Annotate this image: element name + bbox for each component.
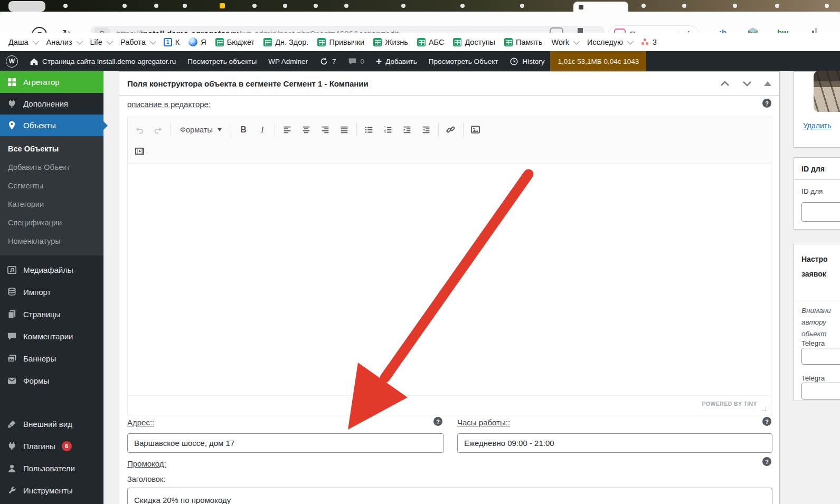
bookmark-budget[interactable]: Бюджет — [215, 38, 254, 46]
adminbar-add-new-link[interactable]: +Добавить — [370, 51, 423, 71]
tab-favicon[interactable] — [641, 4, 646, 8]
wp-logo-icon[interactable]: W — [0, 51, 24, 71]
bookmark-folder-work[interactable]: Work — [552, 38, 579, 46]
adminbar-site-link[interactable]: Страница сайта install.demo-agregator.ru — [24, 51, 182, 71]
sidebar-item-banners[interactable]: Баннеры — [0, 347, 103, 369]
sidebar-item-agregator[interactable]: Агрегатор — [0, 71, 103, 93]
tab-favicon[interactable] — [825, 4, 829, 8]
bookmark-tridot[interactable]: 3 — [641, 38, 657, 46]
query-monitor-stats[interactable]: 1,01с 53,1МБ 0,04с 1043 — [550, 51, 646, 71]
sidebar-item-settings[interactable]: Настройки — [0, 501, 103, 504]
bookmark-folder-life[interactable]: Life — [90, 38, 111, 46]
tab-favicon[interactable] — [283, 4, 287, 8]
object-photo[interactable] — [814, 71, 840, 112]
collapse-toggle-icon[interactable] — [764, 81, 771, 86]
sidebar-item-pages[interactable]: Страницы — [0, 303, 103, 325]
tab-favicon[interactable] — [314, 4, 318, 8]
align-justify-button[interactable] — [335, 121, 354, 139]
sidebar-item-appearance[interactable]: Внешний вид — [0, 413, 103, 435]
tab-favicon[interactable] — [733, 4, 737, 8]
tab-favicon[interactable] — [122, 4, 127, 8]
address-label[interactable]: Адрес:: — [127, 418, 154, 427]
submenu-specifications[interactable]: Спецификации — [0, 213, 103, 232]
sidebar-item-media[interactable]: Медиафайлы — [0, 259, 103, 281]
tab-favicon[interactable] — [401, 4, 405, 8]
sidebar-item-dopolneniya[interactable]: Дополнения — [0, 93, 103, 115]
help-icon[interactable]: ? — [762, 417, 771, 426]
adminbar-updates-link[interactable]: 7 — [314, 51, 342, 71]
tab-favicon[interactable] — [682, 4, 686, 8]
align-left-button[interactable] — [278, 121, 297, 139]
adminbar-view-object-link[interactable]: Просмотреть Объект — [423, 51, 504, 71]
adminbar-comments-link[interactable]: 0 — [342, 51, 371, 71]
bookmark-privychki[interactable]: Привычки — [317, 38, 364, 46]
tab-favicon[interactable] — [63, 4, 68, 8]
sidebar-item-obekty[interactable]: Объекты — [0, 115, 103, 136]
move-up-icon[interactable] — [720, 80, 730, 87]
insert-video-button[interactable] — [130, 142, 149, 160]
adminbar-history-link[interactable]: History — [504, 51, 550, 71]
adminbar-wp-adminer-link[interactable]: WP Adminer — [262, 51, 314, 71]
bookmark-k[interactable]: 1К — [164, 38, 180, 46]
bookmark-dostupy[interactable]: Доступы — [453, 38, 495, 46]
bullet-list-button[interactable] — [360, 121, 379, 139]
submenu-add-object[interactable]: Добавить Объект — [0, 158, 103, 176]
sidebar-item-plugins[interactable]: Плагины 6 — [0, 435, 103, 457]
sidebar-item-tools[interactable]: Инструменты — [0, 479, 103, 501]
undo-button[interactable] — [130, 121, 149, 139]
submenu-all-objects[interactable]: Все Объекты — [0, 139, 103, 158]
telegram-input-1[interactable] — [801, 348, 840, 365]
indent-button[interactable] — [417, 121, 436, 139]
tab-favicon[interactable] — [252, 4, 257, 8]
bookmark-ya[interactable]: Я — [188, 37, 206, 46]
bookmark-folder-issleduyu[interactable]: Исследую — [587, 38, 632, 46]
delete-image-link[interactable]: Удалить — [803, 121, 831, 130]
id-input[interactable] — [801, 202, 840, 222]
sidebar-item-comments[interactable]: Комментарии — [0, 325, 103, 347]
tab-favicon[interactable] — [183, 4, 187, 8]
align-right-button[interactable] — [316, 121, 335, 139]
active-tab[interactable] — [573, 2, 628, 12]
move-down-icon[interactable] — [742, 80, 752, 87]
sidebar-item-forms[interactable]: Формы — [0, 369, 103, 392]
bookmark-abs[interactable]: АБС — [417, 38, 445, 46]
redo-button[interactable] — [149, 121, 168, 139]
submenu-segments[interactable]: Сегменты — [0, 176, 103, 195]
tab-favicon[interactable] — [220, 3, 225, 8]
address-input[interactable] — [127, 433, 444, 453]
editor-field-label[interactable]: описание в редакторе: — [127, 100, 211, 109]
editor-content-area[interactable] — [128, 164, 771, 395]
align-center-button[interactable] — [297, 121, 316, 139]
tab-favicon[interactable] — [460, 4, 465, 8]
adminbar-view-objects-link[interactable]: Посмотреть объекты — [182, 51, 262, 71]
italic-button[interactable]: I — [253, 121, 272, 139]
help-icon[interactable]: ? — [762, 457, 771, 466]
hours-input[interactable] — [457, 433, 772, 453]
bookmark-dnzdor[interactable]: Дн. Здор. — [263, 38, 308, 46]
insert-image-button[interactable] — [466, 121, 485, 139]
bold-button[interactable]: B — [234, 121, 253, 139]
sidebar-item-users[interactable]: Пользователи — [0, 457, 103, 479]
formats-dropdown[interactable]: Форматы — [174, 121, 228, 139]
help-icon[interactable]: ? — [762, 99, 771, 108]
tab-favicon[interactable] — [520, 4, 524, 8]
tab-favicon[interactable] — [775, 4, 779, 8]
bookmark-zhizn[interactable]: Жизнь — [373, 38, 408, 46]
tab-favicon[interactable] — [154, 4, 158, 8]
tab-favicon[interactable] — [344, 4, 348, 8]
outdent-button[interactable] — [398, 121, 417, 139]
resize-grip[interactable] — [761, 406, 767, 412]
bookmark-folder-dasha[interactable]: Даша — [8, 38, 37, 46]
telegram-input-2[interactable] — [801, 383, 840, 400]
numbered-list-button[interactable]: 123 — [379, 121, 398, 139]
bookmark-pamyat[interactable]: Память — [504, 38, 543, 46]
submenu-categories[interactable]: Категории — [0, 195, 103, 213]
bookmark-folder-analiz[interactable]: Анализ — [46, 38, 81, 46]
link-button[interactable] — [441, 121, 460, 139]
submenu-nomenclatures[interactable]: Номенклатуры — [0, 232, 103, 250]
bookmark-folder-rabota[interactable]: Работа — [120, 38, 155, 46]
promo-title-input[interactable] — [127, 488, 772, 504]
help-icon[interactable]: ? — [433, 417, 442, 426]
hours-label[interactable]: Часы работы:: — [457, 418, 510, 427]
browser-tab[interactable] — [8, 1, 45, 12]
